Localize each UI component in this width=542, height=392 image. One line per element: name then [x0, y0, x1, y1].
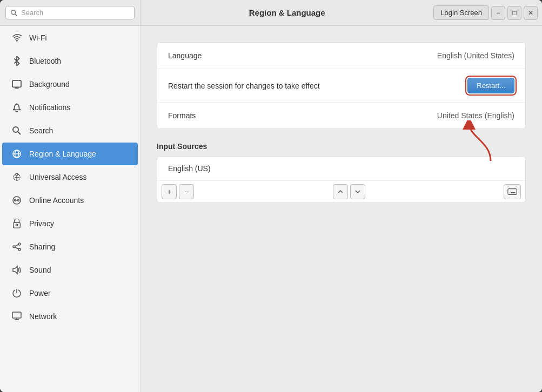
formats-value: United States (English): [437, 111, 514, 120]
sidebar-item-power-label: Power: [29, 289, 51, 298]
formats-row: Formats United States (English): [157, 103, 525, 129]
notifications-icon: [11, 102, 23, 113]
network-icon: [11, 310, 23, 322]
sidebar-item-universal-access-label: Universal Access: [29, 173, 87, 181]
sidebar-item-search[interactable]: Search: [2, 119, 138, 142]
sidebar-item-online-accounts[interactable]: Online Accounts: [2, 189, 138, 212]
titlebar: Search Region & Language Login Screen − …: [0, 0, 542, 26]
sidebar-item-wifi[interactable]: Wi-Fi: [2, 26, 138, 49]
sidebar-item-search-label: Search: [29, 126, 53, 135]
sidebar-item-network-label: Network: [29, 312, 57, 321]
maximize-button[interactable]: □: [507, 6, 521, 20]
svg-point-20: [16, 224, 18, 226]
svg-marker-26: [13, 266, 17, 274]
restart-button[interactable]: Restart...: [467, 78, 514, 93]
formats-label: Formats: [168, 111, 196, 120]
universal-access-icon: [11, 171, 23, 183]
input-sources-card: English (US) + −: [157, 156, 526, 203]
search-icon: [10, 9, 18, 17]
sidebar-item-notifications-label: Notifications: [29, 103, 70, 112]
svg-point-16: [15, 200, 16, 201]
input-source-toolbar: + −: [157, 181, 525, 202]
sound-icon: [11, 264, 23, 276]
sharing-icon: [11, 241, 23, 253]
login-screen-button[interactable]: Login Screen: [433, 5, 489, 20]
sidebar-item-region-label: Region & Language: [29, 150, 96, 158]
move-up-button[interactable]: [333, 184, 348, 199]
svg-rect-19: [14, 222, 21, 228]
sidebar-item-wifi-label: Wi-Fi: [29, 33, 47, 42]
search-input-wrap[interactable]: Search: [5, 6, 135, 19]
language-label: Language: [168, 51, 202, 60]
content-wrapper: Language English (United States) Restart…: [157, 42, 526, 203]
privacy-icon: [11, 218, 23, 229]
sidebar-item-background[interactable]: Background: [2, 73, 138, 96]
input-source-english[interactable]: English (US): [157, 157, 525, 181]
remove-input-button[interactable]: −: [179, 184, 194, 199]
svg-line-7: [18, 132, 21, 134]
sidebar-item-bluetooth-label: Bluetooth: [29, 57, 61, 65]
svg-point-2: [17, 40, 18, 42]
sidebar-item-online-accounts-label: Online Accounts: [29, 196, 84, 205]
keyboard-layout-button[interactable]: [504, 184, 521, 199]
svg-rect-32: [508, 189, 517, 195]
sidebar-item-power[interactable]: Power: [2, 282, 138, 305]
svg-rect-3: [12, 80, 21, 87]
sidebar-item-bluetooth[interactable]: Bluetooth: [2, 50, 138, 72]
svg-line-1: [15, 13, 17, 16]
sidebar-item-universal-access[interactable]: Universal Access: [2, 166, 138, 188]
background-icon: [11, 78, 23, 90]
svg-line-25: [15, 247, 18, 249]
svg-point-6: [13, 127, 18, 132]
search-box: Search: [0, 0, 140, 25]
svg-point-23: [18, 248, 21, 251]
input-sources-section: Input Sources English (US) + −: [157, 142, 526, 203]
language-card: Language English (United States) Restart…: [157, 42, 526, 129]
sidebar-item-region[interactable]: Region & Language: [2, 143, 138, 165]
language-row: Language English (United States): [157, 43, 525, 69]
sidebar-item-sharing-label: Sharing: [29, 242, 55, 251]
add-input-button[interactable]: +: [162, 184, 177, 199]
sidebar-item-background-label: Background: [29, 80, 70, 89]
content-area: Language English (United States) Restart…: [140, 26, 542, 392]
sidebar-item-sound[interactable]: Sound: [2, 259, 138, 281]
power-icon: [11, 287, 23, 299]
restart-notice: Restart the session for changes to take …: [168, 82, 320, 90]
language-value: English (United States): [437, 51, 514, 60]
restart-row: Restart the session for changes to take …: [157, 69, 525, 103]
sidebar-item-privacy-label: Privacy: [29, 219, 54, 228]
svg-rect-28: [12, 312, 21, 318]
sidebar-item-notifications[interactable]: Notifications: [2, 96, 138, 119]
minimize-button[interactable]: −: [491, 6, 505, 20]
svg-line-24: [15, 245, 18, 246]
main-area: Wi-Fi Bluetooth Backgr: [0, 26, 542, 392]
sidebar: Wi-Fi Bluetooth Backgr: [0, 26, 140, 392]
wifi-icon: [11, 32, 23, 44]
sidebar-item-network[interactable]: Network: [2, 305, 138, 328]
page-title: Region & Language: [140, 8, 433, 17]
svg-point-22: [13, 246, 15, 248]
sidebar-item-sharing[interactable]: Sharing: [2, 235, 138, 258]
online-accounts-icon: [11, 194, 23, 206]
close-button[interactable]: ✕: [524, 6, 538, 20]
svg-point-0: [11, 10, 16, 14]
search-sidebar-icon: [11, 125, 23, 137]
svg-point-21: [18, 243, 21, 245]
bluetooth-icon: [11, 55, 23, 67]
search-placeholder: Search: [21, 9, 43, 17]
svg-point-17: [18, 200, 19, 201]
input-sources-title: Input Sources: [157, 142, 526, 151]
sidebar-item-privacy[interactable]: Privacy: [2, 212, 138, 235]
titlebar-controls: Login Screen − □ ✕: [433, 5, 542, 20]
move-down-button[interactable]: [350, 184, 365, 199]
sidebar-item-sound-label: Sound: [29, 266, 51, 274]
main-window: Search Region & Language Login Screen − …: [0, 0, 542, 392]
region-icon: [11, 148, 23, 160]
